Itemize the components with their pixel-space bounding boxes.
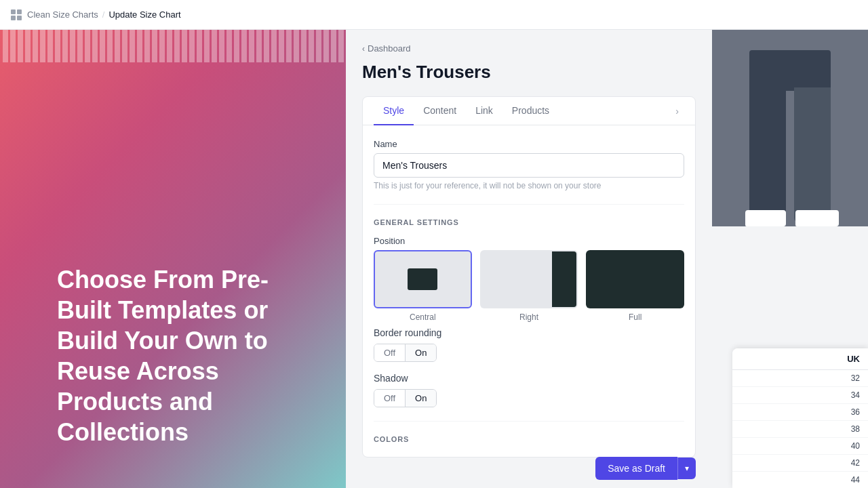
hero-stripe	[226, 30, 232, 62]
hero-stripe	[18, 30, 23, 62]
hero-stripe	[137, 30, 142, 62]
hero-stripes	[0, 30, 346, 62]
size-chart-row: 36	[732, 404, 868, 421]
size-chart-row: 40	[732, 438, 868, 455]
size-chart-row: 38	[732, 421, 868, 438]
size-chart-row: 34	[732, 387, 868, 404]
hero-content: Choose From Pre-Built Templates or Build…	[57, 264, 319, 447]
position-central-label: Central	[410, 312, 436, 322]
position-full[interactable]: Full	[586, 250, 684, 322]
hero-stripe	[130, 30, 135, 62]
position-full-preview	[586, 250, 684, 308]
hero-stripe	[338, 30, 344, 62]
border-rounding-off[interactable]: Off	[374, 344, 406, 361]
general-settings-heading: GENERAL SETTINGS	[374, 218, 684, 226]
size-chart-cell: 42	[732, 455, 868, 472]
hero-stripe	[271, 30, 277, 62]
save-draft-button[interactable]: Save as Draft	[595, 457, 677, 480]
hero-stripe	[219, 30, 224, 62]
app-icon	[11, 9, 22, 20]
size-chart-cell: 36	[732, 404, 868, 421]
breadcrumb-current: Update Size Chart	[108, 9, 180, 20]
hero-stripe	[25, 30, 31, 62]
hero-stripe	[167, 30, 172, 62]
hero-stripe	[174, 30, 180, 62]
hero-stripe	[62, 30, 68, 62]
hero-stripe	[77, 30, 83, 62]
name-hint: This is just for your reference, it will…	[374, 181, 684, 190]
size-chart-cell: 40	[732, 438, 868, 455]
preview-background	[712, 30, 868, 226]
size-chart-cell: 34	[732, 387, 868, 404]
hero-stripe	[286, 30, 292, 62]
position-central-preview	[374, 250, 472, 308]
hero-stripe	[152, 30, 157, 62]
position-central[interactable]: Central	[374, 250, 472, 322]
hero-stripe	[55, 30, 60, 62]
hero-stripe	[331, 30, 336, 62]
hero-stripe	[241, 30, 247, 62]
hero-stripe	[249, 30, 254, 62]
hero-stripe	[33, 30, 38, 62]
size-chart-cell: 38	[732, 421, 868, 438]
save-dropdown-button[interactable]: ▾	[677, 458, 696, 479]
breadcrumb-app[interactable]: Clean Size Charts	[27, 9, 98, 20]
settings-card: Style Content Link Products › Name This …	[362, 96, 696, 458]
hero-stripe	[10, 30, 16, 62]
shadow-off[interactable]: Off	[374, 390, 406, 407]
tab-style[interactable]: Style	[374, 97, 414, 125]
breadcrumb-sep: /	[102, 9, 105, 20]
size-chart-table: 32343638404244	[732, 370, 868, 488]
hero-stripe	[100, 30, 105, 62]
position-right-box	[552, 251, 576, 307]
shadow-on[interactable]: On	[406, 390, 436, 407]
position-group: Position Central	[374, 236, 684, 322]
hero-stripe	[122, 30, 127, 62]
hero-panel: Choose From Pre-Built Templates or Build…	[0, 30, 346, 488]
hero-stripe	[159, 30, 165, 62]
form-body: Name This is just for your reference, it…	[363, 125, 695, 457]
hero-stripe	[40, 30, 45, 62]
colors-heading: COLORS	[374, 435, 684, 443]
hero-stripe	[85, 30, 90, 62]
save-bar: Save as Draft ▾	[346, 449, 712, 488]
jeans-leg-right	[794, 87, 831, 223]
hero-stripe	[279, 30, 284, 62]
name-input[interactable]	[374, 153, 684, 178]
size-chart-row: 42	[732, 455, 868, 472]
position-right[interactable]: Right	[480, 250, 578, 322]
position-options: Central Right	[374, 250, 684, 322]
shadow-toggle-group: Off On	[374, 389, 437, 407]
hero-tagline: Choose From Pre-Built Templates or Build…	[57, 264, 319, 447]
tab-link[interactable]: Link	[466, 97, 502, 125]
page-title: Men's Trousers	[362, 62, 696, 83]
right-area: ‹ Dashboard Men's Trousers Style Content…	[346, 30, 868, 488]
position-full-label: Full	[629, 312, 642, 322]
hero-stripe	[3, 30, 8, 62]
hero-stripe	[301, 30, 307, 62]
hero-stripe	[309, 30, 314, 62]
hero-stripe	[115, 30, 120, 62]
jeans-shoe-left	[745, 210, 786, 226]
shadow-toggle: Off On	[374, 389, 684, 407]
border-rounding-label: Border rounding	[374, 327, 684, 338]
tab-products[interactable]: Products	[502, 97, 559, 125]
position-right-label: Right	[519, 312, 538, 322]
tab-collapse-button[interactable]: ›	[670, 97, 684, 125]
back-link[interactable]: ‹ Dashboard	[362, 43, 696, 54]
position-central-box	[408, 268, 437, 290]
position-label: Position	[374, 236, 684, 246]
hero-stripe	[92, 30, 98, 62]
preview-image-area	[712, 30, 868, 226]
size-chart-header: UK	[732, 348, 868, 370]
size-chart-cell: 32	[732, 370, 868, 387]
form-panel: ‹ Dashboard Men's Trousers Style Content…	[346, 30, 712, 471]
hero-stripe	[264, 30, 269, 62]
hero-stripe	[144, 30, 150, 62]
tab-content[interactable]: Content	[414, 97, 466, 125]
hero-stripe	[47, 30, 53, 62]
hero-stripe	[70, 30, 75, 62]
border-rounding-on[interactable]: On	[406, 344, 436, 361]
size-chart-row: 44	[732, 472, 868, 489]
hero-stripe	[256, 30, 262, 62]
